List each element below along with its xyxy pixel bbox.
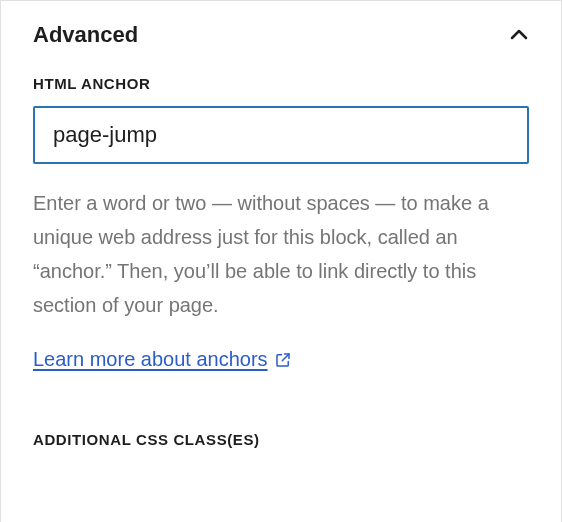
html-anchor-help: Enter a word or two — without spaces — t…: [33, 186, 529, 322]
chevron-up-icon: [505, 21, 533, 49]
html-anchor-input[interactable]: [33, 106, 529, 164]
learn-more-anchors-link[interactable]: Learn more about anchors: [33, 348, 292, 371]
advanced-panel: Advanced HTML ANCHOR Enter a word or two…: [0, 0, 562, 522]
section-toggle-advanced[interactable]: Advanced: [1, 1, 561, 69]
external-link-icon: [274, 351, 292, 369]
additional-css-label: ADDITIONAL CSS CLASS(ES): [33, 431, 529, 448]
section-body: HTML ANCHOR Enter a word or two — withou…: [1, 69, 561, 448]
link-text: Learn more about anchors: [33, 348, 268, 371]
html-anchor-label: HTML ANCHOR: [33, 75, 529, 92]
section-title: Advanced: [33, 22, 138, 48]
